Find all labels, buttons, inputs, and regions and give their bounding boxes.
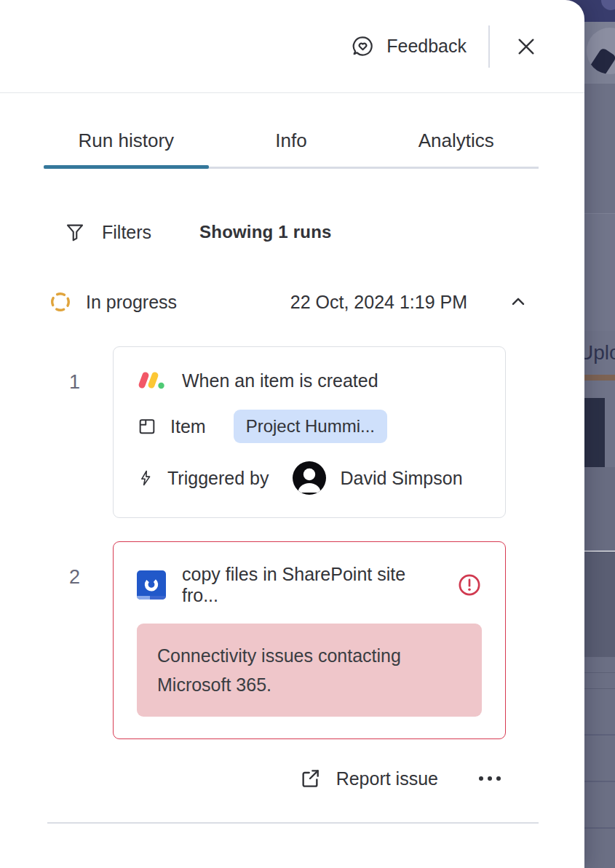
- item-value-chip[interactable]: Project Hummi...: [234, 410, 387, 443]
- background-profile-avatar: [587, 28, 615, 74]
- app-icon-progress-strip: [137, 596, 166, 600]
- item-field-row: Item Project Hummi...: [137, 410, 482, 443]
- filters-label: Filters: [102, 222, 151, 243]
- triggered-by-user: David Simpson: [340, 468, 462, 489]
- runs-count-text: Showing 1 runs: [199, 222, 331, 242]
- step-row-1: 1 When an item is created: [47, 346, 584, 518]
- step-card-trigger[interactable]: When an item is created Item Project Hum…: [113, 346, 506, 518]
- chevron-up-icon: [508, 292, 528, 312]
- run-history-panel: Feedback Run history Info Analytics Filt…: [0, 0, 584, 868]
- in-progress-spinner-icon: [49, 291, 71, 313]
- bottom-divider: [47, 822, 539, 824]
- step-title: copy files in SharePoint site fro...: [182, 564, 441, 606]
- tab-info[interactable]: Info: [209, 130, 374, 169]
- close-button[interactable]: [512, 32, 541, 61]
- run-steps-list: 1 When an item is created: [0, 346, 584, 739]
- more-options-icon: [479, 776, 483, 781]
- close-icon: [515, 35, 538, 58]
- feedback-bubble-heart-icon: [351, 34, 375, 58]
- step-card-action-error[interactable]: copy files in SharePoint site fro... Con…: [113, 541, 506, 739]
- tab-run-history[interactable]: Run history: [44, 130, 209, 169]
- background-avatar-button: [601, 0, 615, 10]
- run-status-label: In progress: [86, 292, 177, 313]
- feedback-label: Feedback: [386, 36, 467, 57]
- more-options-icon: [488, 776, 492, 781]
- filters-button[interactable]: Filters: [64, 221, 151, 243]
- report-issue-button[interactable]: Report issue: [298, 767, 438, 790]
- triggered-by-label: Triggered by: [167, 468, 269, 489]
- monday-logo-icon: [137, 369, 166, 392]
- tab-bar: Run history Info Analytics: [44, 130, 539, 169]
- report-issue-label: Report issue: [336, 768, 438, 789]
- step-number: 2: [47, 541, 102, 589]
- feedback-button[interactable]: Feedback: [351, 34, 467, 58]
- item-field-label: Item: [170, 416, 206, 437]
- lightning-bolt-icon: [137, 468, 154, 488]
- step-title-row: copy files in SharePoint site fro...: [137, 564, 482, 606]
- filters-row: Filters Showing 1 runs: [64, 221, 539, 243]
- header-divider: [488, 25, 490, 68]
- item-board-icon: [137, 416, 157, 437]
- collapse-run-button[interactable]: [508, 292, 528, 312]
- step-row-2: 2 copy files in SharePoint site fro...: [47, 541, 584, 739]
- step-title-row: When an item is created: [137, 369, 482, 392]
- filter-funnel-icon: [64, 221, 86, 243]
- user-avatar: [292, 461, 327, 495]
- run-timestamp: 22 Oct, 2024 1:19 PM: [290, 292, 467, 313]
- tab-analytics[interactable]: Analytics: [373, 130, 539, 169]
- report-row: Report issue: [47, 767, 539, 790]
- run-group-header[interactable]: In progress 22 Oct, 2024 1:19 PM: [49, 291, 539, 313]
- background-dark-cell: [584, 398, 605, 467]
- step-number: 1: [47, 346, 102, 394]
- error-message: Connectivity issues contacting Microsoft…: [137, 624, 482, 717]
- error-alert-icon[interactable]: [457, 573, 482, 597]
- sharepoint-app-icon: [137, 570, 166, 600]
- external-link-icon: [298, 767, 322, 790]
- step-title: When an item is created: [182, 370, 378, 391]
- more-options-button[interactable]: [477, 771, 502, 787]
- triggered-by-row: Triggered by David Simpson: [137, 461, 482, 495]
- panel-header: Feedback: [0, 0, 584, 93]
- more-options-icon: [496, 776, 501, 781]
